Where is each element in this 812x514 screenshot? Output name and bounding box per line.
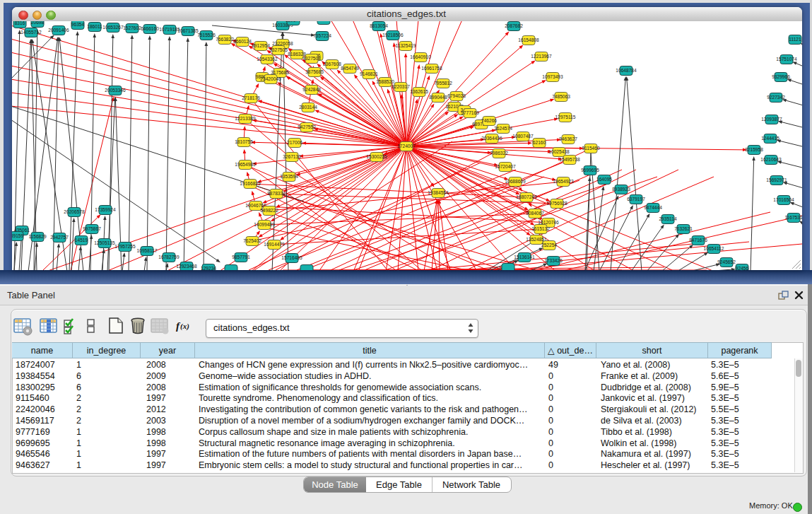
- svg-text:19756928: 19756928: [546, 201, 567, 206]
- svg-text:39159: 39159: [12, 233, 23, 238]
- svg-text:252254: 252254: [541, 243, 557, 247]
- svg-text:3624574: 3624574: [494, 126, 512, 131]
- svg-text:8878334: 8878334: [267, 191, 286, 196]
- svg-text:15720407: 15720407: [495, 164, 516, 169]
- svg-text:19654923: 19654923: [553, 179, 574, 184]
- svg-text:1588520: 1588520: [376, 79, 394, 84]
- svg-text:1527602: 1527602: [123, 25, 141, 30]
- svg-text:7955812: 7955812: [434, 81, 452, 86]
- svg-text:8316: 8316: [15, 21, 25, 25]
- svg-text:8220317: 8220317: [392, 84, 410, 89]
- svg-text:9146821: 9146821: [360, 71, 378, 76]
- svg-text:20091406: 20091406: [48, 28, 69, 33]
- svg-text:7357224: 7357224: [313, 33, 331, 38]
- svg-text:14099489: 14099489: [254, 222, 275, 227]
- svg-text:186011: 186011: [87, 24, 102, 29]
- svg-text:18807249: 18807249: [516, 194, 537, 199]
- svg-text:19384554: 19384554: [428, 190, 449, 195]
- svg-text:1733426: 1733426: [544, 258, 563, 263]
- svg-text:14519: 14519: [75, 238, 88, 243]
- svg-text:10688609: 10688609: [505, 179, 526, 184]
- svg-text:20698: 20698: [31, 21, 45, 25]
- svg-text:129234: 129234: [201, 266, 216, 270]
- svg-text:62160: 62160: [533, 140, 546, 145]
- svg-text:17359924: 17359924: [95, 207, 116, 212]
- svg-text:17957255: 17957255: [114, 244, 136, 249]
- svg-text:(x): (x): [180, 322, 189, 331]
- svg-text:9242848: 9242848: [302, 87, 321, 92]
- svg-text:8990448: 8990448: [429, 95, 447, 100]
- svg-text:16782759: 16782759: [158, 255, 180, 259]
- svg-text:7663822: 7663822: [216, 37, 234, 42]
- svg-text:20364436: 20364436: [481, 136, 502, 141]
- svg-text:1156829: 1156829: [28, 234, 47, 239]
- svg-text:8912954: 8912954: [252, 43, 270, 48]
- svg-text:19218506: 19218506: [382, 33, 404, 37]
- svg-text:12975115: 12975115: [555, 115, 576, 119]
- svg-text:9699695: 9699695: [581, 168, 599, 173]
- svg-text:16914479: 16914479: [264, 242, 285, 247]
- svg-text:12505135: 12505135: [94, 240, 115, 245]
- svg-text:9327508: 9327508: [302, 56, 321, 61]
- svg-text:2087682: 2087682: [505, 23, 523, 28]
- svg-text:746266: 746266: [481, 118, 497, 123]
- svg-text:10543362: 10543362: [257, 57, 278, 62]
- svg-text:14055712: 14055712: [20, 30, 42, 35]
- svg-text:10653267: 10653267: [102, 25, 124, 30]
- svg-text:12923468: 12923468: [176, 264, 197, 269]
- svg-text:2718176: 2718176: [242, 95, 260, 100]
- svg-text:7632621: 7632621: [674, 226, 693, 231]
- svg-text:12213967: 12213967: [531, 54, 552, 59]
- svg-text:10958117: 10958117: [137, 248, 158, 253]
- svg-text:164095: 164095: [596, 177, 612, 182]
- svg-text:16154808: 16154808: [518, 37, 539, 42]
- svg-text:9463627: 9463627: [559, 136, 577, 141]
- svg-text:15495738: 15495738: [559, 157, 580, 162]
- svg-text:17016504: 17016504: [773, 197, 794, 202]
- svg-text:16640910: 16640910: [410, 54, 431, 59]
- svg-text:92456: 92456: [736, 266, 749, 270]
- svg-text:9975867: 9975867: [83, 226, 101, 231]
- svg-text:9084067: 9084067: [526, 211, 544, 216]
- svg-text:11325419: 11325419: [396, 43, 416, 48]
- svg-text:217006: 217006: [287, 140, 302, 145]
- svg-text:15136141: 15136141: [514, 255, 535, 259]
- svg-text:9327505: 9327505: [269, 47, 288, 52]
- svg-text:8938923: 8938923: [612, 187, 630, 192]
- svg-text:15692971: 15692971: [766, 177, 787, 182]
- svg-text:2935114: 2935114: [659, 216, 677, 221]
- svg-text:7986322: 7986322: [490, 151, 508, 156]
- svg-text:1362615: 1362615: [410, 89, 428, 94]
- svg-text:3875685: 3875685: [305, 69, 324, 74]
- svg-text:7625402: 7625402: [243, 238, 261, 243]
- svg-text:11121: 11121: [789, 37, 801, 42]
- svg-text:1810755: 1810755: [235, 139, 253, 144]
- svg-text:9245652: 9245652: [717, 259, 736, 264]
- svg-text:7515526: 7515526: [197, 33, 216, 37]
- svg-text:96354: 96354: [71, 22, 85, 27]
- svg-text:12093877: 12093877: [761, 117, 782, 122]
- svg-text:9115460: 9115460: [582, 146, 600, 151]
- svg-text:8454749: 8454749: [341, 66, 359, 71]
- svg-text:15751074: 15751074: [776, 57, 797, 62]
- svg-text:20206578: 20206578: [64, 209, 85, 214]
- svg-text:6794028: 6794028: [447, 93, 466, 98]
- svg-text:2803144: 2803144: [299, 105, 317, 110]
- svg-text:20053346: 20053346: [105, 88, 126, 93]
- svg-text:8813054: 8813054: [370, 23, 388, 28]
- svg-text:3267130: 3267130: [283, 154, 301, 159]
- svg-text:1244415: 1244415: [761, 136, 779, 141]
- svg-text:16210643: 16210643: [760, 157, 782, 162]
- svg-text:1167531: 1167531: [784, 215, 802, 220]
- svg-text:2942757: 2942757: [50, 235, 69, 240]
- svg-text:6466160: 6466160: [141, 26, 159, 31]
- svg-text:19166825: 19166825: [240, 181, 261, 186]
- svg-text:23420046: 23420046: [260, 76, 281, 81]
- svg-text:19654985: 19654985: [235, 162, 256, 167]
- svg-text:9474444: 9474444: [644, 205, 662, 210]
- svg-text:9227342: 9227342: [767, 95, 785, 100]
- svg-text:1615132: 1615132: [531, 226, 550, 231]
- svg-text:10648784: 10648784: [616, 68, 637, 73]
- svg-text:8471676: 8471676: [689, 238, 707, 243]
- svg-text:15716485: 15716485: [281, 255, 302, 260]
